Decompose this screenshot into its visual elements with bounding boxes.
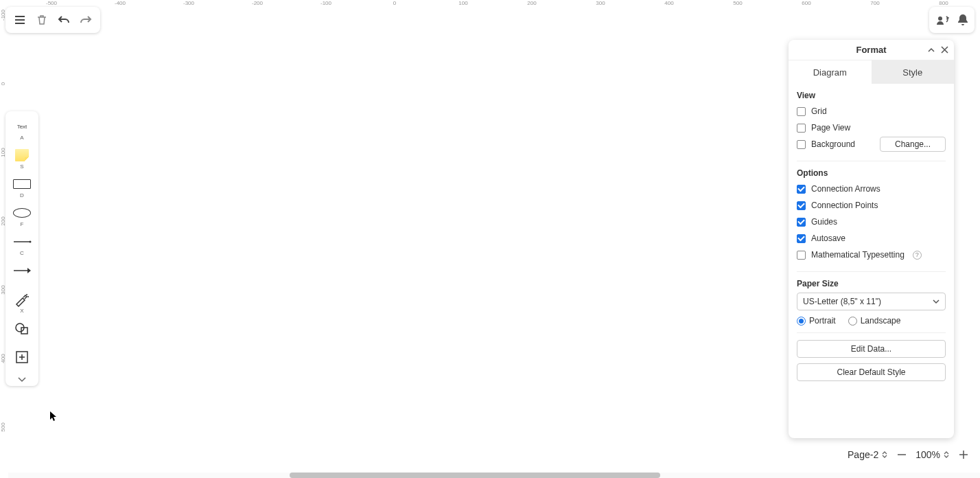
svg-point-5	[27, 296, 29, 297]
checkbox-connection-points[interactable]	[797, 201, 806, 210]
label-grid: Grid	[811, 106, 827, 116]
ruler-tick: -200	[252, 0, 263, 6]
help-icon[interactable]: ?	[913, 251, 922, 260]
trash-icon	[36, 14, 48, 26]
menu-icon	[14, 14, 26, 26]
ruler-tick: 100	[458, 0, 467, 6]
ruler-tick: 0	[0, 82, 6, 85]
line-icon	[12, 238, 32, 246]
ruler-tick: 700	[870, 0, 879, 6]
page-stepper-icon	[881, 451, 888, 459]
ruler-tick: -100	[320, 0, 331, 6]
delete-button[interactable]	[33, 11, 51, 29]
undo-icon	[57, 14, 71, 26]
close-button[interactable]	[941, 44, 948, 56]
share-icon	[935, 13, 953, 27]
tool-insert[interactable]	[5, 346, 38, 375]
checkbox-autosave[interactable]	[797, 234, 806, 243]
text-icon: Text	[17, 124, 27, 130]
zoom-stepper-icon	[943, 451, 950, 459]
radio-landscape[interactable]	[848, 317, 857, 326]
rectangle-icon	[13, 179, 31, 189]
tool-freehand[interactable]: X	[5, 288, 38, 317]
svg-point-4	[26, 294, 27, 295]
tool-note[interactable]: S	[5, 144, 38, 173]
paper-size-select[interactable]: US-Letter (8,5" x 11")	[797, 293, 946, 310]
undo-button[interactable]	[55, 11, 73, 29]
arrow-icon	[12, 266, 32, 275]
status-bar: Page-2 100%	[848, 445, 969, 464]
palette-more[interactable]	[5, 375, 38, 383]
plus-box-icon	[15, 350, 29, 364]
ruler-tick: 200	[527, 0, 536, 6]
edit-data-button[interactable]: Edit Data...	[797, 340, 946, 358]
zoom-level[interactable]: 100%	[915, 445, 950, 464]
change-background-button[interactable]: Change...	[880, 137, 946, 152]
tool-shortcut: X	[20, 308, 23, 315]
ruler-tick: 600	[802, 0, 810, 6]
tool-rectangle[interactable]: D	[5, 173, 38, 202]
orientation-portrait[interactable]: Portrait	[797, 316, 836, 326]
redo-button[interactable]	[77, 11, 95, 29]
redo-icon	[79, 14, 93, 26]
tab-style[interactable]: Style	[872, 60, 955, 84]
ruler-tick: 300	[596, 0, 605, 6]
label-landscape: Landscape	[861, 316, 901, 326]
section-actions: Edit Data... Clear Default Style	[797, 333, 946, 388]
plus-icon	[958, 449, 969, 460]
label-connection-points: Connection Points	[811, 201, 878, 210]
tool-text[interactable]: Text A	[5, 115, 38, 144]
ruler-corner	[0, 0, 8, 8]
paper-size-value: US-Letter (8,5" x 11")	[803, 297, 881, 306]
ruler-tick: -500	[46, 0, 57, 6]
shape-palette: Text A S D F C X	[5, 111, 38, 386]
checkbox-connection-arrows[interactable]	[797, 185, 806, 194]
main-toolbar	[5, 7, 100, 33]
section-title: Options	[797, 168, 946, 178]
checkbox-page-view[interactable]	[797, 124, 806, 133]
label-connection-arrows: Connection Arrows	[811, 184, 880, 194]
shapes-icon	[14, 321, 30, 336]
notifications-button[interactable]	[957, 11, 969, 29]
ellipse-icon	[13, 208, 31, 218]
checkbox-background[interactable]	[797, 140, 806, 149]
tool-shortcut: F	[21, 221, 24, 228]
radio-portrait[interactable]	[797, 317, 806, 326]
section-title: Paper Size	[797, 279, 946, 288]
tool-shapes[interactable]	[5, 317, 38, 346]
clear-style-button[interactable]: Clear Default Style	[797, 363, 946, 381]
tab-diagram[interactable]: Diagram	[789, 60, 872, 84]
collapse-button[interactable]	[927, 44, 935, 56]
tool-line[interactable]: C	[5, 231, 38, 260]
zoom-in-button[interactable]	[958, 445, 969, 464]
chevron-up-icon	[927, 47, 935, 54]
checkbox-grid[interactable]	[797, 107, 806, 116]
checkbox-math[interactable]	[797, 251, 806, 260]
checkbox-guides[interactable]	[797, 218, 806, 227]
tool-shortcut: A	[20, 135, 23, 141]
horizontal-scrollbar[interactable]	[8, 473, 980, 478]
minus-icon	[896, 449, 907, 460]
tool-arrow[interactable]	[5, 260, 38, 288]
label-autosave: Autosave	[811, 234, 845, 243]
scrollbar-thumb[interactable]	[290, 473, 660, 478]
share-button[interactable]	[935, 11, 953, 29]
zoom-value: 100%	[915, 449, 940, 460]
close-icon	[941, 46, 948, 54]
label-portrait: Portrait	[809, 316, 836, 326]
menu-button[interactable]	[11, 11, 29, 29]
note-icon	[15, 149, 29, 161]
bell-icon	[957, 13, 969, 27]
format-header: Format	[789, 40, 954, 60]
zoom-out-button[interactable]	[896, 445, 907, 464]
ruler-tick: -300	[183, 0, 194, 6]
section-paper-size: Paper Size US-Letter (8,5" x 11") Portra…	[797, 272, 946, 333]
ruler-top: -500 -400 -300 -200 -100 0 100 200 300 4…	[8, 0, 980, 8]
tool-shortcut: S	[20, 163, 23, 170]
orientation-landscape[interactable]: Landscape	[848, 316, 901, 326]
page-selector[interactable]: Page-2	[848, 445, 888, 464]
tool-ellipse[interactable]: F	[5, 202, 38, 231]
format-title: Format	[856, 45, 886, 55]
svg-point-0	[938, 16, 942, 21]
tool-shortcut: C	[20, 250, 24, 257]
